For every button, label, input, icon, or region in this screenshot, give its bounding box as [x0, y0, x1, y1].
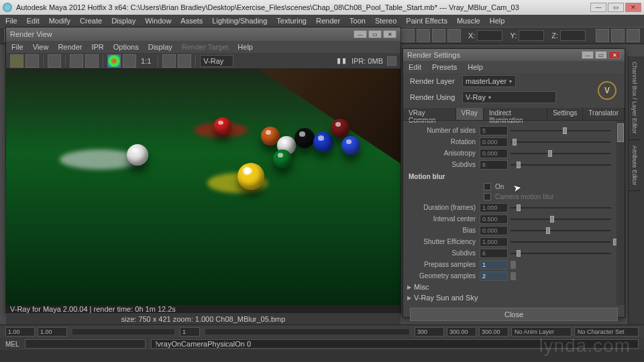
- stop-icon[interactable]: [387, 56, 396, 66]
- tool-icon[interactable]: [611, 29, 625, 42]
- st-maximize-button[interactable]: ▭: [595, 51, 607, 59]
- close-button[interactable]: ✕: [625, 3, 641, 12]
- settings-icon[interactable]: [70, 54, 83, 68]
- menu-window[interactable]: Window: [145, 17, 171, 25]
- param-input[interactable]: 5: [480, 126, 508, 135]
- renderer-select[interactable]: V-Ray: [200, 55, 233, 67]
- command-input[interactable]: [25, 339, 146, 349]
- tool-icon[interactable]: [627, 29, 640, 42]
- st-menu-presets[interactable]: Presets: [432, 63, 457, 71]
- param-input[interactable]: 6: [480, 160, 508, 170]
- menu-file[interactable]: File: [5, 17, 17, 25]
- settings-titlebar[interactable]: Render Settings — ▭ ✕: [403, 49, 625, 61]
- menu-display[interactable]: Display: [111, 17, 136, 25]
- tab-settings[interactable]: Settings: [547, 108, 583, 120]
- rv-menu-ipr[interactable]: IPR: [91, 43, 103, 51]
- menu-texturing[interactable]: Texturing: [276, 17, 307, 25]
- menu-create[interactable]: Create: [80, 17, 102, 25]
- region-render-icon[interactable]: [25, 54, 39, 68]
- render-view-titlebar[interactable]: Render View — ▭ ✕: [6, 27, 400, 41]
- rv-menu-help[interactable]: Help: [237, 43, 253, 51]
- param-slider[interactable]: [511, 203, 615, 213]
- sidebar-channelbox[interactable]: Channel Box / Layer Editor: [629, 56, 641, 140]
- coord-y-input[interactable]: [519, 30, 544, 41]
- tab-vray[interactable]: VRay: [456, 108, 484, 120]
- render-view-image[interactable]: [6, 69, 400, 305]
- expander-vray-sun-sky[interactable]: ▶V-Ray Sun and Sky: [407, 292, 615, 303]
- tab-translator[interactable]: Translator: [583, 108, 625, 120]
- param-input[interactable]: 1.000: [480, 203, 508, 213]
- spinner-icon[interactable]: [511, 272, 516, 280]
- delete-icon[interactable]: [178, 54, 191, 68]
- current-frame-field[interactable]: 1: [180, 327, 200, 337]
- param-input[interactable]: 1.000: [480, 237, 508, 247]
- settings-vscroll[interactable]: [616, 121, 625, 305]
- tool-icon[interactable]: [432, 29, 445, 42]
- menu-edit[interactable]: Edit: [27, 17, 40, 25]
- anim-layer-select[interactable]: No Anim Layer: [511, 327, 572, 337]
- menu-lighting[interactable]: Lighting/Shading: [212, 17, 267, 25]
- rv-menu-display[interactable]: Display: [148, 43, 172, 51]
- swatch-icon[interactable]: [107, 54, 121, 68]
- render-layer-select[interactable]: masterLayer: [462, 75, 516, 87]
- rv-minimize-button[interactable]: —: [354, 30, 367, 38]
- tool-icon[interactable]: [417, 29, 430, 42]
- param-input[interactable]: 0.500: [480, 215, 508, 224]
- exposure-icon[interactable]: [123, 54, 136, 68]
- param-input[interactable]: 0.000: [480, 149, 508, 158]
- param-slider[interactable]: [511, 160, 615, 170]
- on-checkbox[interactable]: [484, 183, 491, 190]
- render-using-select[interactable]: V-Ray: [462, 91, 556, 103]
- maximize-button[interactable]: ▭: [608, 3, 624, 12]
- tool-icon[interactable]: [447, 29, 461, 42]
- expander-misc[interactable]: ▶Misc: [407, 282, 615, 292]
- save-icon[interactable]: [162, 54, 176, 68]
- minimize-button[interactable]: —: [590, 3, 606, 12]
- end-frame-field[interactable]: 300.00: [447, 327, 476, 337]
- param-slider[interactable]: [511, 215, 615, 224]
- rv-menu-options[interactable]: Options: [113, 43, 139, 51]
- range-end-field[interactable]: 300: [415, 327, 444, 337]
- rv-close-button[interactable]: ✕: [383, 30, 396, 38]
- coord-z-input[interactable]: [560, 30, 586, 41]
- st-menu-help[interactable]: Help: [468, 63, 483, 71]
- rv-menu-render[interactable]: Render: [58, 43, 82, 51]
- coord-x-input[interactable]: [477, 30, 502, 41]
- rv-menu-file[interactable]: File: [11, 43, 23, 51]
- st-minimize-button[interactable]: —: [582, 51, 594, 59]
- param-slider[interactable]: [511, 149, 615, 158]
- ipr-icon[interactable]: [48, 54, 61, 68]
- close-button[interactable]: Close: [410, 308, 618, 321]
- pause-icon[interactable]: ▮▮: [337, 56, 347, 65]
- rv-maximize-button[interactable]: ▭: [368, 30, 382, 38]
- character-set-select[interactable]: No Character Set: [574, 327, 639, 337]
- param-slider[interactable]: [511, 249, 615, 258]
- menu-toon[interactable]: Toon: [350, 17, 366, 25]
- menu-muscle[interactable]: Muscle: [457, 17, 480, 25]
- rv-menu-view[interactable]: View: [33, 43, 49, 51]
- st-menu-edit[interactable]: Edit: [409, 63, 421, 71]
- sidebar-attribute-editor[interactable]: Attribute Editor: [629, 140, 641, 192]
- menu-painteffects[interactable]: Paint Effects: [406, 17, 447, 25]
- menu-modify[interactable]: Modify: [49, 17, 70, 25]
- geometry-samples-input[interactable]: 2: [480, 272, 508, 281]
- render-icon[interactable]: [10, 54, 23, 68]
- end-frame-field2[interactable]: 300.00: [479, 327, 508, 337]
- menu-help[interactable]: Help: [490, 17, 505, 25]
- time-slider[interactable]: [72, 329, 174, 335]
- menu-stereo[interactable]: Stereo: [375, 17, 396, 25]
- tab-vray-common[interactable]: VRay Common: [403, 108, 456, 120]
- spinner-icon[interactable]: [511, 261, 516, 269]
- param-input[interactable]: 0.000: [480, 137, 508, 147]
- prepass-samples-input[interactable]: 1: [480, 260, 508, 269]
- tool-icon[interactable]: [596, 29, 609, 42]
- range-slider-bar[interactable]: [205, 329, 409, 335]
- param-slider[interactable]: [511, 226, 615, 235]
- st-close-button[interactable]: ✕: [608, 51, 621, 59]
- tool-icon[interactable]: [401, 29, 415, 42]
- menu-assets[interactable]: Assets: [180, 17, 203, 25]
- param-slider[interactable]: [511, 237, 615, 247]
- refresh-icon[interactable]: [85, 54, 99, 68]
- param-slider[interactable]: [511, 137, 615, 147]
- start-frame-field[interactable]: 1.00: [5, 327, 35, 337]
